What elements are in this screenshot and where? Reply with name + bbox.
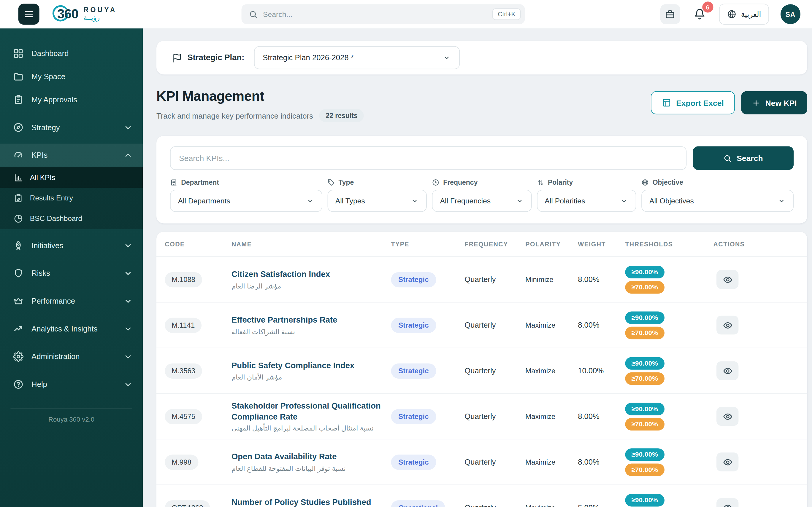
kpi-search-input[interactable]: [170, 146, 687, 170]
view-kpi-button[interactable]: [716, 498, 739, 507]
menu-button[interactable]: [18, 3, 40, 24]
sidebar-item-my-approvals[interactable]: My Approvals: [0, 88, 143, 111]
flag-icon: [172, 53, 182, 63]
kpi-name-link[interactable]: Stakeholder Professional Qualification C…: [232, 400, 391, 422]
language-label: العربية: [741, 10, 761, 18]
shield-icon: [13, 268, 23, 278]
view-kpi-button[interactable]: [716, 452, 739, 471]
building-icon: [170, 178, 177, 186]
user-avatar[interactable]: SA: [780, 4, 801, 24]
table-row: M.4575Stakeholder Professional Qualifica…: [156, 394, 807, 439]
sidebar-item-all-kpis[interactable]: All KPIs: [0, 167, 143, 188]
new-kpi-button[interactable]: New KPI: [741, 91, 807, 114]
sidebar-item-initiatives[interactable]: Initiatives: [0, 234, 143, 257]
kpi-type-badge: Strategic: [391, 318, 436, 333]
filter-frequency-select[interactable]: All Frequencies: [432, 190, 531, 212]
filter-type: TypeAll Types: [327, 178, 427, 212]
eye-icon: [722, 411, 732, 421]
sidebar-item-kpis[interactable]: KPIs: [0, 144, 143, 167]
view-kpi-button[interactable]: [716, 407, 739, 426]
chevron-down-icon: [123, 324, 133, 334]
eye-icon: [722, 503, 732, 507]
spreadsheet-icon: [662, 98, 671, 108]
export-excel-button[interactable]: Export Excel: [651, 91, 735, 114]
sidebar-subitem-label: All KPIs: [30, 173, 55, 181]
sidebar-item-label: Help: [32, 380, 47, 388]
chevron-down-icon: [515, 196, 523, 205]
filter-department-select[interactable]: All Departments: [170, 190, 322, 212]
kpi-thresholds: ≥90.00%≥70.00%: [625, 402, 664, 430]
kpi-frequency: Quarterly: [464, 275, 525, 284]
trend-up-icon: [13, 324, 23, 334]
kpi-polarity: Maximize: [525, 412, 578, 420]
kpi-table: CODENAMETYPEFREQUENCYPOLARITYWEIGHTTHRES…: [156, 232, 807, 507]
sidebar-item-label: Risks: [32, 269, 50, 277]
filter-polarity: PolarityAll Polarities: [537, 178, 636, 212]
sidebar-item-bsc-dashboard[interactable]: BSC Dashboard: [0, 208, 143, 229]
results-count-badge: 22 results: [319, 109, 364, 122]
sidebar-item-help[interactable]: Help: [0, 373, 143, 396]
filter-fields: DepartmentAll DepartmentsTypeAll TypesFr…: [170, 178, 794, 212]
sidebar-item-administration[interactable]: Administration: [0, 345, 143, 368]
page-title: KPI Management: [156, 88, 364, 104]
tag-icon: [327, 178, 335, 186]
global-search[interactable]: Ctrl+K: [242, 4, 525, 24]
sidebar: DashboardMy SpaceMy ApprovalsStrategyKPI…: [0, 29, 143, 507]
kpi-name-link[interactable]: Open Data Availability Rate: [232, 452, 344, 462]
threshold-high-badge: ≥90.00%: [625, 266, 664, 278]
eye-icon: [722, 457, 732, 467]
sidebar-divider: [10, 408, 132, 408]
page-header: KPI Management Track and manage key perf…: [156, 88, 807, 122]
filter-type-select[interactable]: All Types: [327, 190, 427, 212]
kpi-name-link[interactable]: Public Safety Compliance Index: [232, 360, 362, 371]
kpi-weight: 10.00%: [578, 367, 625, 375]
filter-objective-select[interactable]: All Objectives: [641, 190, 794, 212]
strategic-plan-select[interactable]: Strategic Plan 2026-2028 *: [254, 46, 459, 69]
kpi-frequency: Quarterly: [464, 367, 525, 375]
kpi-name-arabic: نسبة الشراكات الفعالة: [232, 328, 391, 336]
sidebar-item-label: Administration: [32, 352, 80, 360]
chevron-down-icon: [123, 351, 133, 362]
global-search-input[interactable]: [263, 10, 487, 18]
kpi-code-badge: M.1088: [165, 272, 202, 287]
threshold-high-badge: ≥90.00%: [625, 494, 664, 506]
kpi-thresholds: ≥90.00%≥70.00%: [625, 357, 664, 385]
kpi-weight: 5.00%: [578, 503, 625, 507]
sidebar-item-strategy[interactable]: Strategy: [0, 116, 143, 139]
topbar: 360 ROUYA رؤيــة Ctrl+K 6 ال: [0, 0, 812, 29]
compass-icon: [13, 122, 23, 132]
sidebar-item-risks[interactable]: Risks: [0, 262, 143, 285]
clipboard-list-icon: [13, 94, 23, 105]
chevron-down-icon: [411, 196, 419, 205]
view-kpi-button[interactable]: [716, 361, 739, 380]
sidebar-item-label: Dashboard: [32, 49, 68, 58]
threshold-high-badge: ≥90.00%: [625, 402, 664, 415]
sidebar-item-performance[interactable]: Performance: [0, 289, 143, 313]
filters-panel: Search DepartmentAll DepartmentsTypeAll …: [156, 136, 807, 223]
kpi-name-link[interactable]: Effective Partnerships Rate: [232, 315, 345, 326]
toolbox-button[interactable]: [660, 4, 680, 24]
clock-icon: [432, 178, 440, 186]
kpi-name-link[interactable]: Citizen Satisfaction Index: [232, 269, 338, 280]
view-kpi-button[interactable]: [716, 270, 739, 289]
search-button[interactable]: Search: [693, 146, 794, 170]
kpi-frequency: Quarterly: [464, 503, 525, 507]
sidebar-item-analytics-insights[interactable]: Analytics & Insights: [0, 317, 143, 340]
kpi-polarity: Maximize: [525, 321, 578, 329]
kpi-code-badge: M.1141: [165, 318, 202, 333]
page-subtitle: Track and manage key performance indicat…: [156, 111, 313, 120]
threshold-high-badge: ≥90.00%: [625, 357, 664, 370]
logo-arabic: رؤيــة: [84, 14, 117, 22]
notifications-button[interactable]: 6: [692, 4, 708, 24]
chevron-down-icon: [306, 196, 314, 205]
kpi-weight: 8.00%: [578, 412, 625, 420]
sidebar-item-results-entry[interactable]: Results Entry: [0, 188, 143, 208]
kpi-name-link[interactable]: Number of Policy Studies Published: [232, 497, 378, 507]
filter-polarity-select[interactable]: All Polarities: [537, 190, 636, 212]
sidebar-item-my-space[interactable]: My Space: [0, 65, 143, 88]
notifications-count-badge: 6: [702, 1, 713, 12]
sidebar-item-dashboard[interactable]: Dashboard: [0, 42, 143, 65]
language-button[interactable]: العربية: [719, 4, 769, 24]
arrows-up-down-icon: [537, 178, 544, 186]
view-kpi-button[interactable]: [716, 316, 739, 335]
